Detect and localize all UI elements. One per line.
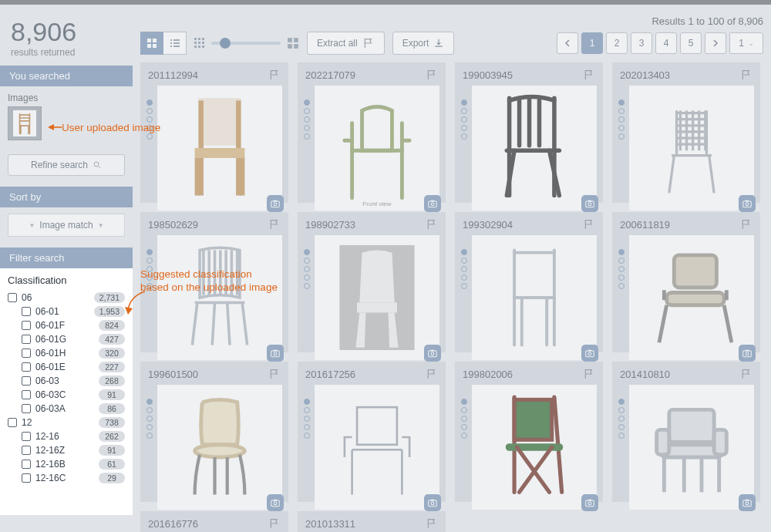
facet-row[interactable]: 06-03C 91: [8, 388, 125, 402]
pager-page[interactable]: 1: [581, 32, 603, 54]
card-flag[interactable]: [583, 368, 595, 380]
card-image[interactable]: [157, 235, 282, 360]
result-card[interactable]: 199802006: [455, 362, 603, 502]
facet-row[interactable]: 12-16B 61: [8, 457, 125, 471]
checkbox-icon[interactable]: [22, 390, 31, 399]
result-card[interactable]: 201410810: [612, 362, 760, 502]
list-view-button[interactable]: [163, 32, 187, 55]
image-action[interactable]: [424, 494, 441, 511]
facet-row[interactable]: 06-03A 86: [8, 402, 125, 416]
card-flag[interactable]: [268, 218, 281, 231]
chair-icon: [15, 111, 35, 136]
card-image[interactable]: [629, 86, 754, 210]
card-flag[interactable]: [426, 368, 438, 380]
result-card[interactable]: 199302904: [455, 212, 603, 352]
card-flag[interactable]: [426, 517, 438, 530]
checkbox-icon[interactable]: [22, 404, 31, 413]
image-action[interactable]: [581, 345, 598, 362]
facet-row[interactable]: 06-01H 320: [8, 346, 125, 360]
grid-view-button[interactable]: [140, 32, 163, 55]
image-action[interactable]: [739, 195, 756, 212]
pager-page[interactable]: 5: [680, 32, 702, 54]
result-card[interactable]: 201617256: [298, 362, 446, 502]
pager-page[interactable]: 4: [655, 32, 677, 54]
facet-row[interactable]: 06 2,731: [8, 291, 125, 305]
card-flag[interactable]: [426, 69, 438, 81]
image-action[interactable]: [267, 494, 284, 511]
card-flag[interactable]: [583, 69, 595, 81]
card-image[interactable]: [472, 235, 597, 360]
image-action[interactable]: [581, 195, 598, 212]
card-flag[interactable]: [740, 69, 752, 81]
facet-row[interactable]: 06-03 268: [8, 374, 125, 388]
facet-row[interactable]: 06-01F 824: [8, 318, 125, 332]
card-image[interactable]: [315, 385, 439, 510]
card-flag[interactable]: [268, 69, 281, 81]
facet-row[interactable]: 12 738: [8, 416, 125, 429]
sort-select[interactable]: ▼ Image match ▼: [8, 214, 125, 237]
image-action[interactable]: [424, 345, 441, 362]
results-number: 8,906: [11, 17, 122, 47]
pager-page[interactable]: 2: [606, 32, 628, 54]
pager-page[interactable]: 3: [631, 32, 652, 54]
image-action[interactable]: [739, 345, 756, 362]
checkbox-icon[interactable]: [8, 418, 17, 427]
card-flag[interactable]: [268, 517, 281, 530]
checkbox-icon[interactable]: [22, 376, 31, 386]
refine-search-button[interactable]: Refine search: [8, 154, 125, 176]
size-slider[interactable]: [211, 42, 281, 45]
facet-label: 06-03C: [35, 389, 66, 400]
facet-row[interactable]: 06-01E 227: [8, 360, 125, 374]
checkbox-icon[interactable]: [22, 460, 31, 469]
export-button[interactable]: Export: [392, 32, 455, 55]
checkbox-icon[interactable]: [8, 293, 17, 302]
list-icon: [170, 38, 180, 49]
card-image[interactable]: [629, 235, 754, 360]
pager-next[interactable]: [705, 32, 726, 54]
card-image[interactable]: [472, 385, 597, 510]
checkbox-icon[interactable]: [22, 321, 31, 330]
result-card[interactable]: 199601500: [140, 362, 288, 502]
extract-all-button[interactable]: Extract all: [307, 32, 385, 55]
checkbox-icon[interactable]: [22, 446, 31, 455]
facet-count: 262: [99, 431, 125, 442]
result-card[interactable]: 201112994: [140, 62, 288, 203]
image-action[interactable]: [424, 195, 441, 212]
card-image[interactable]: Front view: [315, 86, 439, 210]
result-card[interactable]: 200611819: [612, 212, 760, 352]
checkbox-icon[interactable]: [22, 432, 31, 441]
card-image[interactable]: [157, 385, 282, 510]
checkbox-icon[interactable]: [22, 307, 31, 316]
facet-row[interactable]: 12-16C 29: [8, 471, 125, 485]
result-card[interactable]: 199003945: [455, 62, 603, 203]
result-card[interactable]: 198502629: [140, 212, 288, 352]
result-card[interactable]: 198902733: [298, 212, 446, 352]
checkbox-icon[interactable]: [22, 348, 31, 358]
card-image[interactable]: [315, 235, 439, 360]
image-action[interactable]: [739, 494, 756, 511]
pager-prev[interactable]: [557, 32, 578, 54]
card-flag[interactable]: [583, 218, 595, 231]
facet-row[interactable]: 12-16Z 91: [8, 443, 125, 457]
result-card[interactable]: 202013403: [612, 62, 760, 203]
card-image[interactable]: [472, 86, 597, 210]
facet-row[interactable]: 06-01 1,953: [8, 305, 125, 318]
checkbox-icon[interactable]: [22, 473, 31, 483]
card-flag[interactable]: [426, 218, 438, 231]
checkbox-icon[interactable]: [22, 335, 31, 344]
image-action[interactable]: [267, 345, 284, 362]
checkbox-icon[interactable]: [22, 362, 31, 372]
thumb-size-control[interactable]: [194, 37, 299, 49]
image-action[interactable]: [581, 494, 598, 511]
card-flag[interactable]: [740, 368, 752, 380]
card-flag[interactable]: [740, 218, 752, 231]
card-image[interactable]: [629, 385, 754, 510]
uploaded-image-thumb[interactable]: [8, 106, 42, 140]
card-flag[interactable]: [268, 368, 281, 380]
card-image[interactable]: [157, 86, 282, 210]
result-card[interactable]: 202217079 Front view: [298, 62, 446, 203]
facet-row[interactable]: 12-16 262: [8, 429, 125, 443]
image-action[interactable]: [267, 195, 284, 212]
pager-jump-select[interactable]: 1 ⌄: [729, 32, 763, 54]
facet-row[interactable]: 06-01G 427: [8, 332, 125, 346]
